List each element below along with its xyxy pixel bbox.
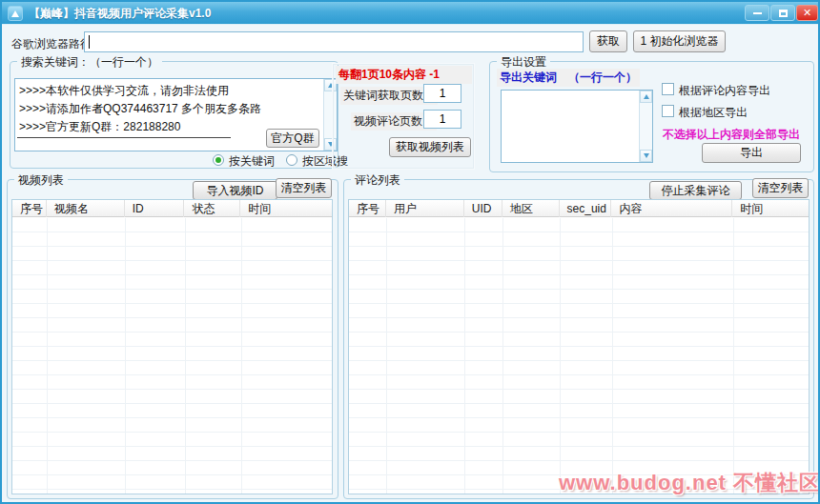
close-icon: ✕ xyxy=(803,7,811,19)
import-video-id-button[interactable]: 导入视频ID xyxy=(193,181,277,200)
export-by-comment-checkbox[interactable] xyxy=(662,83,674,95)
app-window: 【巅峰】抖音视频用户评论采集v1.0 ✕ 谷歌浏览器路径： 获取 1 初始化浏览… xyxy=(0,0,820,504)
video-table-body[interactable] xyxy=(12,218,332,494)
page-info-header: 每翻1页10条内容 -1 xyxy=(336,66,472,84)
export-note: 不选择以上内容则全部导出 xyxy=(663,127,800,143)
keywords-line: >>>>本软件仅供学习交流，请勿非法使用 xyxy=(19,83,229,99)
scroll-down-icon[interactable] xyxy=(640,150,652,162)
video-clear-list-button[interactable]: 清空列表 xyxy=(276,178,332,198)
export-keywords-textarea[interactable] xyxy=(501,90,653,163)
close-button[interactable]: ✕ xyxy=(796,5,818,21)
watermark: www.budog.net 不懂社区 xyxy=(559,469,820,497)
titlebar[interactable]: 【巅峰】抖音视频用户评论采集v1.0 ✕ xyxy=(2,2,818,25)
column-header[interactable]: 时间 xyxy=(732,200,809,217)
maximize-icon xyxy=(779,10,788,17)
text-caret xyxy=(89,35,90,49)
export-button[interactable]: 导出 xyxy=(702,143,801,163)
column-header[interactable]: sec_uid xyxy=(560,200,612,217)
column-header[interactable]: 视频名 xyxy=(47,200,125,217)
column-header[interactable]: ID xyxy=(125,200,185,217)
comment-clear-list-button[interactable]: 清空列表 xyxy=(752,178,809,198)
scroll-up-icon[interactable] xyxy=(640,91,652,103)
column-header[interactable]: 序号 xyxy=(12,200,47,217)
search-group-title: 搜索关键词：（一行一个） xyxy=(17,54,162,71)
export-scrollbar[interactable] xyxy=(639,91,652,162)
column-header[interactable]: 时间 xyxy=(240,200,332,217)
window-title: 【巅峰】抖音视频用户评论采集v1.0 xyxy=(29,2,211,25)
export-keywords-label: 导出关键词 （一行一个） xyxy=(497,69,640,87)
video-table: 序号 视频名 ID 状态 时间 xyxy=(11,199,333,494)
init-browser-button[interactable]: 1 初始化浏览器 xyxy=(633,30,726,52)
divider-line xyxy=(17,137,231,138)
get-video-list-button[interactable]: 获取视频列表 xyxy=(389,137,471,157)
column-header[interactable]: 用户 xyxy=(386,200,464,217)
minimize-icon xyxy=(753,12,762,14)
comment-list-title: 评论列表 xyxy=(351,172,404,189)
column-header[interactable]: 序号 xyxy=(349,200,386,217)
radio-by-keyword-label[interactable]: 按关键词 xyxy=(229,153,275,170)
maximize-button[interactable] xyxy=(770,5,795,21)
export-by-comment-label[interactable]: 根据评论内容导出 xyxy=(679,83,770,99)
get-path-button[interactable]: 获取 xyxy=(589,30,627,52)
keywords-line: >>>>官方更新Q群：282188280 xyxy=(19,119,180,135)
video-table-header: 序号 视频名 ID 状态 时间 xyxy=(12,200,332,217)
radio-by-region[interactable] xyxy=(286,154,297,166)
radio-by-keyword[interactable] xyxy=(213,154,224,166)
column-header[interactable]: UID xyxy=(464,200,502,217)
video-list-title: 视频列表 xyxy=(14,172,68,189)
stop-collect-button[interactable]: 停止采集评论 xyxy=(649,181,742,200)
comment-table-header: 序号 用户 UID 地区 sec_uid 内容 时间 xyxy=(349,200,809,217)
browser-path-input[interactable] xyxy=(84,31,584,52)
keyword-pages-input[interactable] xyxy=(423,84,461,103)
column-header[interactable]: 状态 xyxy=(184,200,240,217)
comment-table: 序号 用户 UID 地区 sec_uid 内容 时间 xyxy=(348,199,810,494)
column-header[interactable]: 内容 xyxy=(611,200,732,217)
keywords-textarea[interactable]: >>>>本软件仅供学习交流，请勿非法使用 >>>>请添加作者QQ37446371… xyxy=(14,78,338,151)
export-by-region-label[interactable]: 根据地区导出 xyxy=(679,105,748,121)
export-by-region-checkbox[interactable] xyxy=(662,105,674,117)
app-icon xyxy=(8,6,23,21)
column-header[interactable]: 地区 xyxy=(502,200,560,217)
official-qq-group-button[interactable]: 官方Q群 xyxy=(266,129,319,148)
minimize-button[interactable] xyxy=(745,5,769,21)
keywords-line: >>>>请添加作者QQ374463717 多个朋友多条路 xyxy=(19,101,261,117)
comment-table-body[interactable] xyxy=(349,218,809,494)
comment-pages-input[interactable] xyxy=(423,110,461,129)
